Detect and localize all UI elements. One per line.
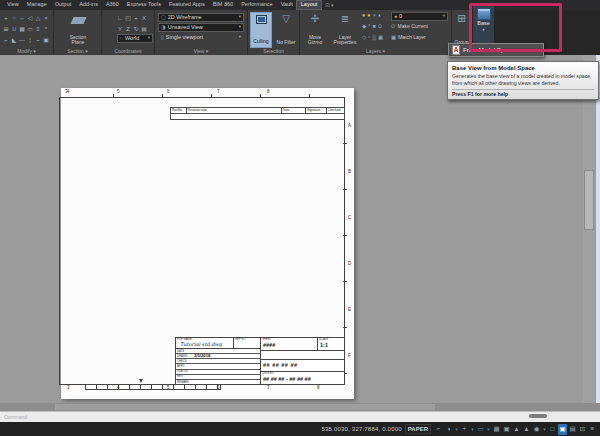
move-icon[interactable]: + (2, 12, 10, 23)
tab-express-tools[interactable]: Express Tools (123, 1, 165, 9)
layer-on-icon[interactable]: ● (362, 13, 365, 19)
rotate-icon[interactable]: ○ (10, 12, 18, 23)
ribbon-options-icon[interactable]: ⊡ ▾ (325, 2, 333, 8)
row-label: REMARK (176, 381, 194, 384)
tab-manage[interactable]: Manage (23, 1, 51, 9)
mirror-icon[interactable]: ◁ (26, 12, 34, 23)
horizontal-scrollbar[interactable] (0, 403, 600, 411)
make-current-button[interactable]: ⊙ Make Current (391, 24, 428, 30)
lengthen-icon[interactable]: — (18, 34, 26, 45)
move-gizmo-button[interactable]: ✢ Move Gizmo (302, 12, 328, 48)
explode-icon[interactable]: * (42, 23, 50, 34)
tab-layout[interactable]: Layout (297, 1, 322, 9)
polar-caret-icon[interactable]: ▾ (470, 424, 475, 435)
chevron-down-icon: ▾ (443, 14, 445, 19)
panel-selection: Culling ▽ No Filter Selection (248, 10, 300, 55)
match-layer-button[interactable]: ▣ Match Layer (391, 35, 426, 41)
ucs-combo[interactable]: ○ World ▾ (117, 34, 153, 43)
vertical-scrollbar-thumb[interactable] (584, 170, 594, 230)
polyline-edit-icon[interactable]: ~ (34, 34, 42, 45)
clean-screen-icon[interactable]: ⊡ (578, 424, 587, 435)
tab-add-ins[interactable]: Add-ins (75, 1, 102, 9)
ucs-previous-icon[interactable]: ↻ (132, 23, 140, 34)
ucs-icon[interactable]: ∟ (116, 12, 124, 23)
region-icon[interactable]: ▣ (42, 34, 50, 45)
vertical-scrollbar[interactable] (583, 55, 595, 403)
snap-mode-icon[interactable]: ◑ (444, 424, 453, 435)
zone-letter: A (348, 124, 351, 129)
make-current-icon[interactable]: ⊙ (378, 24, 383, 30)
tab-vault[interactable]: Vault (277, 1, 297, 9)
stretch-icon[interactable]: ↔ (18, 12, 26, 23)
offset-icon[interactable]: ≡ (34, 23, 42, 34)
layer-plot-icon[interactable]: ◐ (378, 13, 381, 19)
scale-icon[interactable]: △ (34, 12, 42, 23)
culling-icon (256, 15, 267, 24)
autoscale-icon[interactable]: ▲ (522, 424, 531, 435)
layer-thaw-icon[interactable]: ● (367, 13, 370, 19)
customization-icon[interactable]: ≡ (588, 424, 597, 435)
layer-walk-icon[interactable]: ◆ (362, 24, 366, 30)
trim-icon[interactable]: × (42, 12, 50, 23)
no-filter-button[interactable]: ▽ No Filter (274, 12, 298, 48)
viewport-combo[interactable]: ▯ Single viewport ▾ (158, 33, 244, 42)
panel-label-coordinates[interactable]: Coordinates (102, 49, 154, 54)
layout-canvas[interactable]: 345678 RevNoRevision noteDateSignatureCh… (0, 55, 600, 403)
break-icon[interactable]: ¦ (26, 34, 34, 45)
chamfer-icon[interactable]: ◣ (10, 34, 18, 45)
panel-label-selection[interactable]: Selection (248, 49, 299, 54)
layer-lock-icon[interactable]: ● (373, 13, 376, 19)
tab-output[interactable]: Output (51, 1, 76, 9)
tab-view[interactable]: View (3, 1, 23, 9)
tab-performance[interactable]: Performance (237, 1, 277, 9)
copy-icon[interactable]: ⊞ (2, 23, 10, 34)
command-line[interactable]: Command: (0, 411, 600, 422)
tab-featured-apps[interactable]: Featured Apps (165, 1, 209, 9)
object-isolate-icon[interactable]: ▤ (568, 424, 577, 435)
workspace-switching-icon[interactable]: □ (548, 424, 557, 435)
erase-icon[interactable]: ▭ (26, 23, 34, 34)
viewport-icon: ▯ (161, 35, 164, 40)
command-line-grip[interactable] (529, 414, 547, 418)
named-view-combo[interactable]: ◨ Unsaved View ▾ (158, 23, 244, 32)
layer-freeze-icon[interactable]: * (368, 24, 370, 30)
panel-label-section[interactable]: Section ▾ (54, 49, 101, 54)
layer-combo[interactable]: ● 0 ▾ (391, 12, 448, 21)
annotation-visibility-icon[interactable]: ▲ (512, 424, 521, 435)
ucs-world-icon[interactable]: ◰ (124, 12, 132, 23)
ucs-y-icon[interactable]: Y (116, 23, 124, 34)
ucs-z-icon[interactable]: Z (124, 23, 132, 34)
visual-style-combo[interactable]: ▢ 2D Wireframe ▾ (158, 13, 244, 22)
ucs-origin-icon[interactable]: + (132, 12, 140, 23)
panel-label-modify[interactable]: Modify ▾ (0, 49, 53, 54)
match-layer-icon[interactable]: ▣ (378, 35, 383, 41)
layer-unisolate-icon[interactable]: ▫ (368, 35, 370, 41)
section-plane-button[interactable]: Section Plane (60, 12, 96, 48)
layer-isolate-icon[interactable]: ◇ (362, 35, 366, 41)
fillet-icon[interactable]: ∪ (10, 23, 18, 34)
scale-caret-icon[interactable]: ▾ (542, 424, 547, 435)
grid-display-icon[interactable]: ▦ (492, 424, 501, 435)
tab-bim-360[interactable]: BIM 360 (209, 1, 237, 9)
object-snap-icon[interactable]: ▣ (502, 424, 511, 435)
array-icon[interactable]: ▦ (18, 23, 26, 34)
snap-caret-icon[interactable]: ▾ (454, 424, 459, 435)
layer-off-icon[interactable]: ■ (372, 24, 375, 30)
infer-constraints-icon[interactable]: ⌐ (434, 424, 443, 435)
tab-a360[interactable]: A360 (102, 1, 123, 9)
layer-properties-button[interactable]: ≣ Layer Properties (330, 12, 360, 48)
panel-label-view[interactable]: View ▾ (155, 49, 247, 54)
ucs-x-icon[interactable]: X (140, 12, 148, 23)
selection-cycling-icon[interactable]: ▭ (476, 424, 485, 435)
annotation-scale-icon[interactable]: ◉ (532, 424, 541, 435)
join-icon[interactable]: ⌐ (2, 34, 10, 45)
layer-fade-icon[interactable]: ▒ (372, 35, 376, 41)
quick-properties-icon[interactable]: ▣ (558, 424, 567, 435)
culling-button[interactable]: Culling (250, 12, 272, 48)
polar-tracking-icon[interactable]: + (460, 424, 469, 435)
paper-space-toggle[interactable]: PAPER (405, 424, 431, 434)
horizontal-scrollbar-thumb[interactable] (55, 404, 435, 410)
panel-label-layers[interactable]: Layers ▾ (300, 49, 451, 54)
cycling-caret-icon[interactable]: ▾ (486, 424, 491, 435)
ucs-named-icon[interactable]: ▤ (140, 23, 148, 34)
